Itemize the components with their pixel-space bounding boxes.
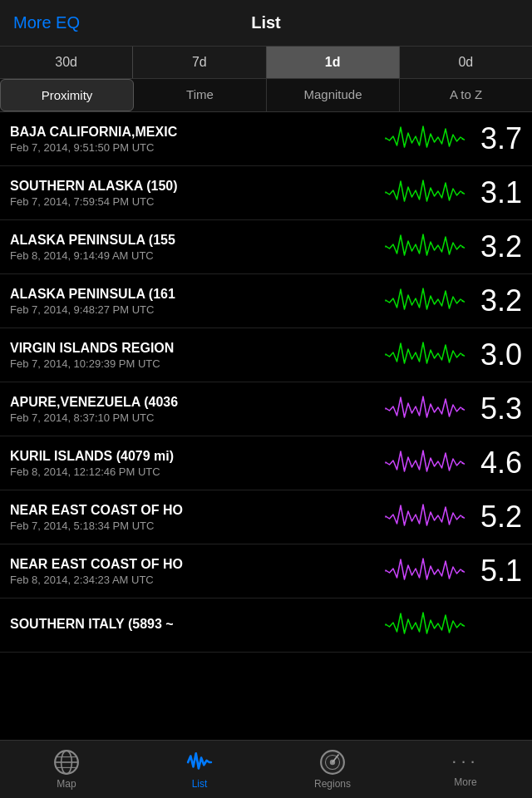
eq-time: Feb 7, 2014, 7:59:54 PM UTC bbox=[10, 195, 376, 208]
time-tab-7d[interactable]: 7d bbox=[133, 47, 266, 78]
tab-map[interactable]: Map bbox=[0, 744, 133, 795]
eq-magnitude: 5.2 bbox=[472, 500, 522, 534]
eq-info: ALASKA PENINSULA (155 Feb 8, 2014, 9:14:… bbox=[10, 233, 376, 262]
eq-location: BAJA CALIFORNIA,MEXIC bbox=[10, 125, 376, 140]
eq-time: Feb 8, 2014, 9:14:49 AM UTC bbox=[10, 249, 376, 262]
table-row[interactable]: NEAR EAST COAST OF HO Feb 8, 2014, 2:34:… bbox=[0, 544, 532, 598]
page-title: List bbox=[251, 13, 281, 32]
table-row[interactable]: ALASKA PENINSULA (161 Feb 7, 2014, 9:48:… bbox=[0, 274, 532, 328]
tab-regions[interactable]: Regions bbox=[266, 744, 399, 795]
tab-regions-label: Regions bbox=[314, 778, 351, 790]
waveform bbox=[382, 553, 466, 589]
time-tab-30d[interactable]: 30d bbox=[0, 47, 133, 78]
eq-location: SOUTHERN ITALY (5893 ~ bbox=[10, 617, 376, 632]
eq-info: KURIL ISLANDS (4079 mi) Feb 8, 2014, 12:… bbox=[10, 449, 376, 478]
table-row[interactable]: SOUTHERN ALASKA (150) Feb 7, 2014, 7:59:… bbox=[0, 166, 532, 220]
eq-info: VIRGIN ISLANDS REGION Feb 7, 2014, 10:29… bbox=[10, 341, 376, 370]
sort-tab-magnitude[interactable]: Magnitude bbox=[267, 79, 400, 111]
earthquake-list: BAJA CALIFORNIA,MEXIC Feb 7, 2014, 9:51:… bbox=[0, 112, 532, 729]
sort-tab-atoz[interactable]: A to Z bbox=[400, 79, 532, 111]
table-row[interactable]: APURE,VENEZUELA (4036 Feb 7, 2014, 8:37:… bbox=[0, 382, 532, 436]
eq-location: SOUTHERN ALASKA (150) bbox=[10, 179, 376, 194]
waveform bbox=[382, 499, 466, 535]
table-row[interactable]: SOUTHERN ITALY (5893 ~ bbox=[0, 598, 532, 653]
eq-time: Feb 7, 2014, 9:48:27 PM UTC bbox=[10, 303, 376, 316]
tab-bar: Map List Regions ··· More bbox=[0, 740, 532, 798]
list-wave-icon bbox=[186, 749, 213, 776]
waveform bbox=[382, 175, 466, 211]
eq-location: NEAR EAST COAST OF HO bbox=[10, 557, 376, 572]
sort-tab-time[interactable]: Time bbox=[134, 79, 267, 111]
eq-magnitude: 5.3 bbox=[472, 392, 522, 426]
eq-location: APURE,VENEZUELA (4036 bbox=[10, 395, 376, 410]
time-tab-0d[interactable]: 0d bbox=[400, 47, 532, 78]
eq-location: VIRGIN ISLANDS REGION bbox=[10, 341, 376, 356]
table-row[interactable]: KURIL ISLANDS (4079 mi) Feb 8, 2014, 12:… bbox=[0, 436, 532, 490]
time-filter-bar: 30d 7d 1d 0d bbox=[0, 47, 532, 79]
back-button[interactable]: More EQ bbox=[13, 13, 80, 32]
eq-time: Feb 8, 2014, 2:34:23 AM UTC bbox=[10, 574, 376, 586]
tab-map-label: Map bbox=[57, 778, 76, 790]
eq-magnitude: 3.1 bbox=[472, 175, 522, 210]
waveform bbox=[382, 445, 466, 481]
eq-time: Feb 7, 2014, 10:29:39 PM UTC bbox=[10, 357, 376, 370]
table-row[interactable]: BAJA CALIFORNIA,MEXIC Feb 7, 2014, 9:51:… bbox=[0, 112, 532, 166]
eq-magnitude: 3.0 bbox=[472, 337, 522, 372]
radar-icon bbox=[319, 749, 346, 776]
eq-magnitude: 5.1 bbox=[472, 554, 522, 589]
tab-list-label: List bbox=[192, 778, 208, 790]
eq-time: Feb 8, 2014, 12:12:46 PM UTC bbox=[10, 466, 376, 478]
eq-info: SOUTHERN ALASKA (150) Feb 7, 2014, 7:59:… bbox=[10, 179, 376, 208]
waveform bbox=[382, 337, 466, 373]
globe-icon bbox=[53, 749, 80, 776]
eq-info: SOUTHERN ITALY (5893 ~ bbox=[10, 617, 376, 633]
eq-info: APURE,VENEZUELA (4036 Feb 7, 2014, 8:37:… bbox=[10, 395, 376, 424]
more-dots-icon: ··· bbox=[451, 751, 479, 772]
sort-filter-bar: Proximity Time Magnitude A to Z bbox=[0, 79, 532, 112]
eq-location: ALASKA PENINSULA (161 bbox=[10, 287, 376, 302]
eq-magnitude: 4.6 bbox=[472, 446, 522, 480]
eq-info: ALASKA PENINSULA (161 Feb 7, 2014, 9:48:… bbox=[10, 287, 376, 316]
eq-location: KURIL ISLANDS (4079 mi) bbox=[10, 449, 376, 464]
waveform bbox=[382, 607, 466, 643]
table-row[interactable]: NEAR EAST COAST OF HO Feb 7, 2014, 5:18:… bbox=[0, 490, 532, 544]
table-row[interactable]: VIRGIN ISLANDS REGION Feb 7, 2014, 10:29… bbox=[0, 328, 532, 382]
eq-time: Feb 7, 2014, 5:18:34 PM UTC bbox=[10, 520, 376, 532]
tab-more[interactable]: ··· More bbox=[399, 746, 532, 793]
header: More EQ List bbox=[0, 0, 532, 47]
tab-list[interactable]: List bbox=[133, 744, 266, 795]
eq-info: NEAR EAST COAST OF HO Feb 7, 2014, 5:18:… bbox=[10, 503, 376, 532]
waveform bbox=[382, 121, 466, 157]
eq-magnitude: 3.7 bbox=[472, 121, 522, 156]
eq-time: Feb 7, 2014, 9:51:50 PM UTC bbox=[10, 141, 376, 154]
eq-magnitude: 3.2 bbox=[472, 283, 522, 318]
waveform bbox=[382, 283, 466, 319]
waveform bbox=[382, 391, 466, 427]
sort-tab-proximity[interactable]: Proximity bbox=[0, 79, 134, 111]
eq-time: Feb 7, 2014, 8:37:10 PM UTC bbox=[10, 411, 376, 424]
eq-location: NEAR EAST COAST OF HO bbox=[10, 503, 376, 518]
tab-more-label: More bbox=[454, 776, 476, 788]
eq-info: BAJA CALIFORNIA,MEXIC Feb 7, 2014, 9:51:… bbox=[10, 125, 376, 154]
waveform bbox=[382, 229, 466, 265]
eq-location: ALASKA PENINSULA (155 bbox=[10, 233, 376, 248]
eq-info: NEAR EAST COAST OF HO Feb 8, 2014, 2:34:… bbox=[10, 557, 376, 586]
eq-magnitude: 3.2 bbox=[472, 229, 522, 264]
time-tab-1d[interactable]: 1d bbox=[267, 47, 400, 78]
table-row[interactable]: ALASKA PENINSULA (155 Feb 8, 2014, 9:14:… bbox=[0, 220, 532, 274]
